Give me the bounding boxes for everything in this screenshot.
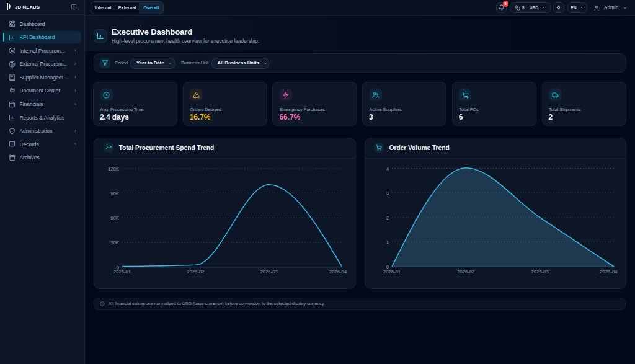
svg-text:60K: 60K: [110, 215, 120, 221]
svg-text:30K: 30K: [110, 240, 120, 246]
svg-text:120K: 120K: [108, 166, 120, 172]
svg-text:2026-03: 2026-03: [260, 269, 277, 275]
svg-text:2026-02: 2026-02: [457, 269, 474, 275]
svg-text:2026-03: 2026-03: [531, 269, 549, 275]
svg-text:2: 2: [386, 215, 389, 221]
svg-text:3: 3: [386, 190, 389, 196]
svg-text:90K: 90K: [110, 191, 120, 197]
svg-text:2026-01: 2026-01: [383, 269, 401, 275]
svg-text:2026-02: 2026-02: [187, 269, 204, 275]
svg-text:2026-01: 2026-01: [113, 269, 131, 275]
svg-text:2026-04: 2026-04: [600, 269, 618, 275]
svg-text:1: 1: [386, 239, 389, 245]
svg-text:4: 4: [386, 166, 389, 172]
svg-text:2026-04: 2026-04: [329, 269, 347, 275]
